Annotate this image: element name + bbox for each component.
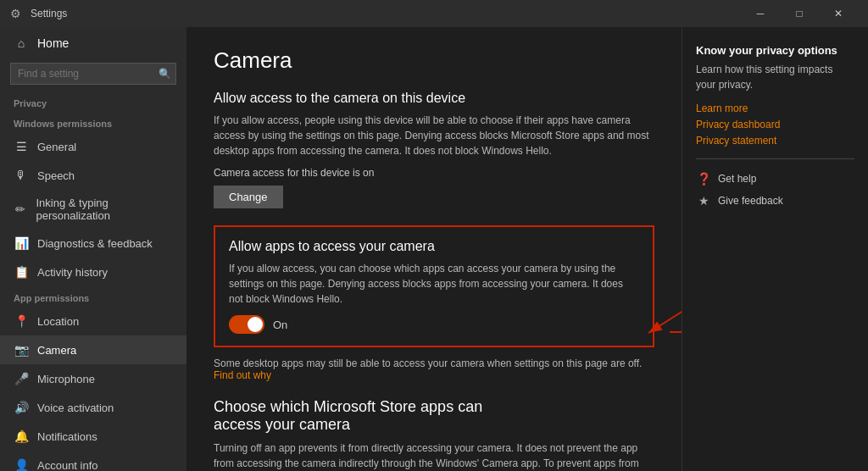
give-feedback-label: Give feedback xyxy=(718,195,783,207)
sidebar-item-inking-label: Inking & typing personalization xyxy=(36,197,173,222)
sidebar: ⌂ Home 🔍 Privacy Windows permissions ☰ G… xyxy=(0,27,186,471)
sidebar-item-microphone-label: Microphone xyxy=(37,373,95,385)
sidebar-item-home[interactable]: ⌂ Home xyxy=(0,27,186,59)
arrow-annotation-1 xyxy=(636,295,682,346)
right-panel-title: Know your privacy options xyxy=(696,44,854,57)
apps-toggle-label: On xyxy=(273,319,287,331)
store-apps-heading: Choose which Microsoft Store apps can ac… xyxy=(214,398,502,434)
sidebar-item-accountinfo[interactable]: 👤 Account info xyxy=(0,451,186,471)
app-body: ⌂ Home 🔍 Privacy Windows permissions ☰ G… xyxy=(0,27,868,471)
sidebar-item-voice-label: Voice activation xyxy=(37,402,114,414)
titlebar: ⚙ Settings ─ □ ✕ xyxy=(0,0,868,27)
sidebar-item-location[interactable]: 📍 Location xyxy=(0,307,186,335)
sidebar-item-accountinfo-label: Account info xyxy=(37,459,98,472)
privacy-label: Privacy xyxy=(0,91,186,112)
speech-icon: 🎙 xyxy=(14,168,29,183)
sidebar-item-camera[interactable]: 📷 Camera xyxy=(0,335,186,364)
close-button[interactable]: ✕ xyxy=(819,0,858,27)
svg-line-1 xyxy=(648,303,682,333)
sidebar-item-activity[interactable]: 📋 Activity history xyxy=(0,258,186,286)
find-out-why-link[interactable]: Find out why xyxy=(214,369,271,381)
app-permissions-label: App permissions xyxy=(0,286,186,307)
help-icon: ❓ xyxy=(696,171,711,186)
minimize-button[interactable]: ─ xyxy=(741,0,780,27)
sidebar-item-diagnostics[interactable]: 📊 Diagnostics & feedback xyxy=(0,229,186,258)
apps-access-toggle[interactable] xyxy=(229,315,264,334)
sidebar-item-general-label: General xyxy=(37,141,76,153)
microphone-icon: 🎤 xyxy=(14,371,29,386)
apps-section-heading: Allow apps to access your camera xyxy=(229,239,639,254)
give-feedback-action[interactable]: ★ Give feedback xyxy=(696,193,854,208)
device-section-description: If you allow access, people using this d… xyxy=(214,113,654,158)
search-input[interactable] xyxy=(10,63,176,85)
sidebar-item-activity-label: Activity history xyxy=(37,266,108,279)
sidebar-item-general[interactable]: ☰ General xyxy=(0,132,186,161)
sidebar-item-diagnostics-label: Diagnostics & feedback xyxy=(37,237,153,250)
settings-icon: ⚙ xyxy=(10,7,24,20)
maximize-button[interactable]: □ xyxy=(780,0,819,27)
right-panel: Know your privacy options Learn how this… xyxy=(682,27,868,471)
apps-access-section: Allow apps to access your camera If you … xyxy=(214,225,654,347)
privacy-statement-link[interactable]: Privacy statement xyxy=(696,135,854,147)
windows-permissions-label: Windows permissions xyxy=(0,112,186,132)
sidebar-item-microphone[interactable]: 🎤 Microphone xyxy=(0,364,186,393)
apps-section-description: If you allow access, you can choose whic… xyxy=(229,261,639,307)
toggle-thumb xyxy=(248,317,263,332)
device-section-heading: Allow access to the camera on this devic… xyxy=(214,91,654,106)
location-icon: 📍 xyxy=(14,313,29,329)
arrow-annotation-2 xyxy=(661,315,682,349)
camera-sidebar-icon: 📷 xyxy=(14,342,29,357)
sidebar-home-label: Home xyxy=(37,36,69,50)
get-help-action[interactable]: ❓ Get help xyxy=(696,171,854,186)
sidebar-item-speech-label: Speech xyxy=(37,169,75,182)
footer-text: Some desktop apps may still be able to a… xyxy=(214,357,654,381)
inking-icon: ✏ xyxy=(14,202,27,217)
device-access-label: Camera access for this device is on xyxy=(214,167,654,179)
feedback-icon: ★ xyxy=(696,193,711,208)
sidebar-item-notifications[interactable]: 🔔 Notifications xyxy=(0,422,186,451)
privacy-dashboard-link[interactable]: Privacy dashboard xyxy=(696,119,854,130)
sidebar-item-speech[interactable]: 🎙 Speech xyxy=(0,161,186,190)
sidebar-item-voice[interactable]: 🔊 Voice activation xyxy=(0,393,186,422)
activity-icon: 📋 xyxy=(14,264,29,280)
panel-divider xyxy=(696,158,854,159)
sidebar-item-inking[interactable]: ✏ Inking & typing personalization xyxy=(0,190,186,229)
learn-more-link[interactable]: Learn more xyxy=(696,103,854,114)
apps-toggle-row: On xyxy=(229,315,639,334)
window-controls: ─ □ ✕ xyxy=(741,0,858,27)
voice-icon: 🔊 xyxy=(14,400,29,415)
page-title: Camera xyxy=(214,47,654,74)
change-button[interactable]: Change xyxy=(214,186,283,208)
sidebar-item-notifications-label: Notifications xyxy=(37,430,97,443)
accountinfo-icon: 👤 xyxy=(14,457,29,471)
sidebar-item-camera-label: Camera xyxy=(37,344,76,357)
notifications-icon: 🔔 xyxy=(14,429,29,444)
main-content: Camera Allow access to the camera on thi… xyxy=(186,27,682,471)
home-icon: ⌂ xyxy=(14,36,29,51)
sidebar-item-location-label: Location xyxy=(37,315,79,328)
right-panel-description: Learn how this setting impacts your priv… xyxy=(696,62,854,92)
get-help-label: Get help xyxy=(718,173,756,185)
sidebar-search-container: 🔍 xyxy=(10,63,176,85)
store-section-description: Turning off an app prevents it from dire… xyxy=(214,441,654,471)
search-icon: 🔍 xyxy=(159,68,171,80)
titlebar-title: Settings xyxy=(31,8,741,19)
general-icon: ☰ xyxy=(14,139,29,154)
diagnostics-icon: 📊 xyxy=(14,236,29,251)
